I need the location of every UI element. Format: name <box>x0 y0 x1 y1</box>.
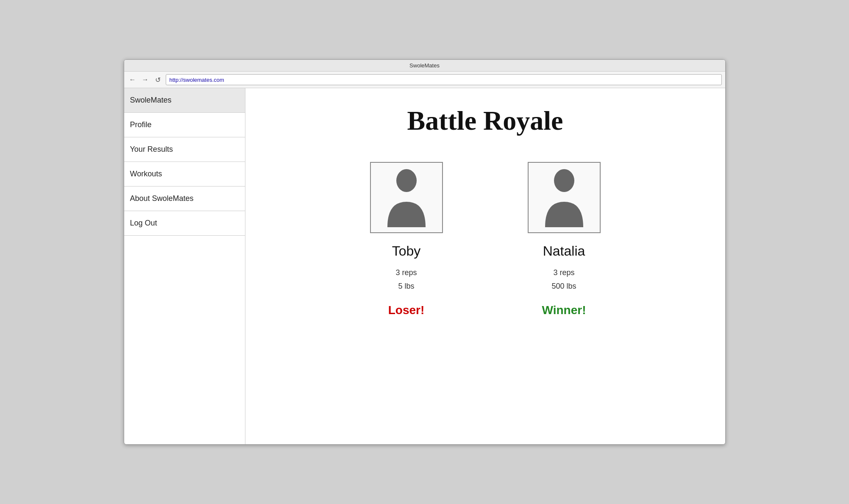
refresh-button[interactable]: ↺ <box>153 75 163 85</box>
competitors-container: Toby 3 reps 5 lbs Loser! Nat <box>370 162 601 317</box>
svg-point-0 <box>396 169 417 192</box>
sidebar-item-about[interactable]: About SwoleMates <box>124 187 245 211</box>
competitor-result-toby: Loser! <box>388 304 425 317</box>
svg-point-1 <box>554 169 574 192</box>
avatar-silhouette-natalia <box>539 168 590 227</box>
sidebar-item-workouts[interactable]: Workouts <box>124 162 245 187</box>
browser-content: SwoleMates Profile Your Results Workouts… <box>124 88 725 444</box>
address-bar[interactable] <box>166 74 722 85</box>
competitor-stats-toby: 3 reps 5 lbs <box>395 266 417 293</box>
avatar-silhouette-toby <box>381 168 432 227</box>
competitor-weight-toby: 5 lbs <box>395 279 417 293</box>
page-title: Battle Royale <box>407 105 563 136</box>
competitor-stats-natalia: 3 reps 500 lbs <box>551 266 576 293</box>
forward-button[interactable]: → <box>140 75 150 85</box>
browser-window: SwoleMates ← → ↺ SwoleMates Profile Your… <box>124 59 726 445</box>
sidebar-item-profile[interactable]: Profile <box>124 113 245 137</box>
competitor-name-toby: Toby <box>392 243 421 259</box>
avatar-box-natalia <box>528 162 601 233</box>
browser-toolbar: ← → ↺ <box>124 72 725 88</box>
main-content: Battle Royale Toby 3 reps 5 lbs <box>245 88 725 444</box>
sidebar-item-your-results[interactable]: Your Results <box>124 137 245 162</box>
competitor-toby: Toby 3 reps 5 lbs Loser! <box>370 162 443 317</box>
competitor-result-natalia: Winner! <box>542 304 586 317</box>
browser-titlebar: SwoleMates <box>124 60 725 72</box>
sidebar: SwoleMates Profile Your Results Workouts… <box>124 88 245 444</box>
avatar-box-toby <box>370 162 443 233</box>
browser-title: SwoleMates <box>409 62 440 69</box>
competitor-weight-natalia: 500 lbs <box>551 279 576 293</box>
competitor-natalia: Natalia 3 reps 500 lbs Winner! <box>528 162 601 317</box>
competitor-name-natalia: Natalia <box>543 243 585 259</box>
back-button[interactable]: ← <box>128 75 138 85</box>
sidebar-item-logout[interactable]: Log Out <box>124 211 245 236</box>
competitor-reps-toby: 3 reps <box>395 266 417 279</box>
sidebar-item-swolemates[interactable]: SwoleMates <box>124 88 245 113</box>
competitor-reps-natalia: 3 reps <box>551 266 576 279</box>
